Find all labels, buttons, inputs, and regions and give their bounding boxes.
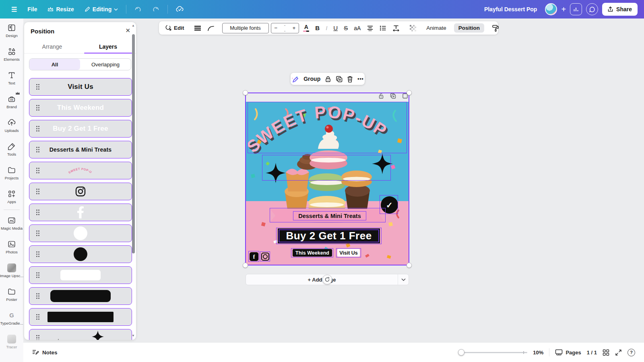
- zoom-level[interactable]: 10%: [533, 350, 543, 356]
- selection-handle-bottom-right[interactable]: [407, 263, 412, 268]
- strikethrough-button[interactable]: S: [342, 24, 350, 32]
- drag-handle-icon[interactable]: [36, 335, 40, 340]
- layer-row-curved-title[interactable]: SWEET POP-UP: [29, 162, 132, 179]
- banner-text[interactable]: Desserts & Mini Treats: [293, 211, 366, 220]
- offer-text[interactable]: Buy 2 Get 1 Free: [278, 228, 380, 243]
- zoom-slider-thumb[interactable]: [458, 349, 464, 356]
- italic-button[interactable]: I: [324, 24, 329, 32]
- drag-handle-icon[interactable]: [36, 125, 40, 132]
- help-button[interactable]: ?: [627, 349, 635, 356]
- insights-button[interactable]: [570, 3, 582, 15]
- instagram-icon[interactable]: [261, 253, 269, 261]
- drag-handle-icon[interactable]: [36, 251, 40, 257]
- drag-handle-icon[interactable]: [36, 167, 40, 174]
- underline-button[interactable]: U: [331, 24, 340, 32]
- share-button[interactable]: Share: [602, 3, 638, 16]
- arched-title-text[interactable]: SWEET POP-UP SWEET POP-UP: [248, 103, 407, 156]
- check-badge[interactable]: ✓: [381, 196, 398, 214]
- visit-us-pill[interactable]: Visit Us: [337, 249, 360, 257]
- layer-row-this-weekend[interactable]: This Weekend: [29, 99, 132, 117]
- font-weight-icon[interactable]: [192, 24, 203, 32]
- comments-button[interactable]: [586, 3, 598, 15]
- drag-handle-icon[interactable]: [36, 293, 40, 299]
- sidebar-item-text[interactable]: Text: [0, 66, 23, 90]
- sidebar-item-apps[interactable]: Apps: [0, 185, 23, 208]
- facebook-icon[interactable]: f: [250, 252, 258, 261]
- layer-row-instagram[interactable]: [29, 183, 132, 200]
- sidebar-item-elements[interactable]: Elements: [0, 42, 23, 66]
- more-options-icon[interactable]: •••: [357, 76, 364, 82]
- scroll-up-icon[interactable]: ▲: [132, 24, 135, 27]
- layer-row-white-rectangle[interactable]: [29, 266, 132, 284]
- font-size-increase[interactable]: +: [289, 25, 299, 31]
- sidebar-item-tracer[interactable]: Tracer: [0, 330, 23, 354]
- add-page-chevron-button[interactable]: [398, 274, 409, 285]
- sidebar-item-poster[interactable]: Poster: [0, 282, 23, 306]
- position-button[interactable]: Position: [454, 23, 484, 33]
- filter-all[interactable]: All: [29, 59, 80, 70]
- add-page-button[interactable]: + Add page: [246, 274, 398, 285]
- zoom-slider[interactable]: [458, 349, 527, 356]
- lock-icon[interactable]: [325, 76, 331, 82]
- drag-handle-icon[interactable]: [36, 230, 40, 237]
- sidebar-item-magic-media[interactable]: Magic Media: [0, 211, 23, 235]
- sidebar-item-tools[interactable]: Tools: [0, 137, 23, 161]
- avatar[interactable]: [545, 3, 557, 15]
- sidebar-item-image-upscaler[interactable]: Image Upsc...: [0, 259, 23, 282]
- notes-button[interactable]: Notes: [32, 349, 58, 356]
- close-icon[interactable]: ✕: [125, 27, 130, 34]
- layer-row-facebook[interactable]: [29, 204, 132, 221]
- text-color-button[interactable]: A: [301, 24, 311, 32]
- redo-button[interactable]: [148, 4, 163, 15]
- layer-row-black-rectangle[interactable]: [29, 308, 132, 326]
- layer-row-desserts-mini-treats[interactable]: Desserts & Mini Treats: [29, 141, 132, 158]
- filter-overlapping[interactable]: Overlapping: [80, 59, 131, 70]
- sidebar-item-typegradient[interactable]: G TypeGradie...: [0, 306, 23, 330]
- layer-row-visit-us[interactable]: Visit Us: [29, 78, 132, 96]
- undo-button[interactable]: [130, 4, 146, 15]
- sidebar-item-brand[interactable]: co Brand: [0, 90, 23, 113]
- panel-scrollbar[interactable]: [132, 34, 135, 253]
- font-size-value[interactable]: - -: [281, 23, 289, 34]
- letter-spacing-icon[interactable]: [390, 24, 402, 33]
- unlock-icon[interactable]: [378, 93, 384, 99]
- tab-layers[interactable]: Layers: [80, 40, 136, 53]
- design-page[interactable]: SWEET POP-UP SWEET POP-UP Desserts & Min…: [246, 102, 409, 265]
- sidebar-item-uploads[interactable]: Uploads: [0, 113, 23, 137]
- invite-plus-icon[interactable]: +: [561, 5, 566, 14]
- drag-handle-icon[interactable]: [36, 84, 40, 90]
- layer-row-black-rounded-rectangle[interactable]: [29, 287, 132, 305]
- drag-handle-icon[interactable]: [36, 188, 40, 195]
- scroll-down-icon[interactable]: ▼: [132, 334, 135, 337]
- drag-handle-icon[interactable]: [36, 209, 40, 216]
- weekend-pill[interactable]: This Weekend: [293, 249, 332, 257]
- resize-button[interactable]: Resize: [43, 4, 78, 15]
- font-size-decrease[interactable]: −: [271, 25, 281, 31]
- transparency-icon[interactable]: [407, 23, 419, 33]
- layer-row-white-circle[interactable]: [29, 224, 132, 242]
- group-label[interactable]: Group: [303, 76, 320, 82]
- text-curve-icon[interactable]: [205, 24, 217, 32]
- list-icon[interactable]: [378, 24, 388, 32]
- selection-handle-top-left[interactable]: [243, 90, 248, 95]
- sidebar-item-design[interactable]: Design: [0, 19, 23, 42]
- text-case-button[interactable]: aA: [352, 24, 363, 32]
- bold-button[interactable]: B: [313, 24, 322, 32]
- document-title[interactable]: Playful Dessert Pop: [484, 6, 537, 12]
- file-menu[interactable]: File: [23, 4, 41, 15]
- drag-handle-icon[interactable]: [36, 272, 40, 278]
- copy-style-roller-icon[interactable]: [490, 23, 502, 33]
- pages-icon[interactable]: Pages: [555, 349, 581, 356]
- edit-button[interactable]: Edit: [163, 23, 186, 33]
- cloud-save-status-icon[interactable]: [172, 4, 188, 15]
- font-family-selector[interactable]: Multiple fonts: [222, 23, 269, 33]
- drag-handle-icon[interactable]: [36, 105, 40, 111]
- sidebar-item-photos[interactable]: Photos: [0, 235, 23, 259]
- animate-button[interactable]: Animate: [424, 24, 448, 32]
- grid-view-icon[interactable]: [603, 349, 609, 356]
- main-menu-button[interactable]: ☰: [7, 3, 21, 16]
- selection-handle-top-right[interactable]: [407, 90, 412, 95]
- magic-edit-icon[interactable]: [291, 75, 299, 83]
- duplicate-icon[interactable]: [336, 76, 343, 82]
- drag-handle-icon[interactable]: [36, 314, 40, 320]
